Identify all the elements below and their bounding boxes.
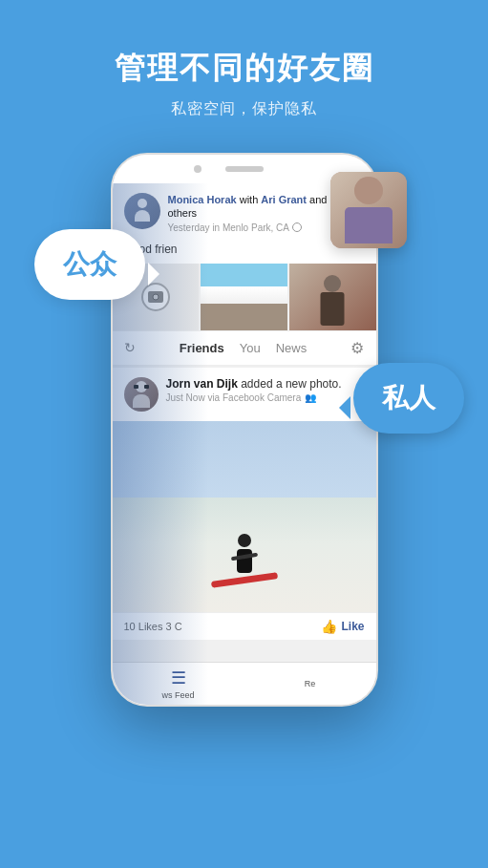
requests-label: Re bbox=[305, 679, 316, 688]
people-icon: 👥 bbox=[305, 392, 316, 403]
nav-tabs: Friends You News bbox=[180, 341, 307, 355]
tab-friends[interactable]: Friends bbox=[180, 341, 224, 355]
snowboarder-figure bbox=[211, 534, 278, 583]
gear-icon[interactable]: ⚙ bbox=[350, 339, 364, 357]
news-feed-icon: ☰ bbox=[171, 667, 186, 688]
phone-bottom-bar: ☰ ws Feed Re bbox=[113, 662, 376, 705]
friends-bar: ↻ Friends You News ⚙ bbox=[113, 330, 376, 366]
likes-bar: 10 Likes 3 C 👍 Like bbox=[113, 612, 376, 640]
photo-mountain bbox=[201, 264, 287, 330]
news-feed-label: ws Feed bbox=[161, 690, 194, 700]
sub-title: 私密空间，保护隐私 bbox=[0, 99, 488, 119]
like-button[interactable]: 👍 Like bbox=[321, 619, 364, 634]
post-location: Yesterday in Menlo Park, CA bbox=[168, 222, 289, 233]
phone-content: Monica Horak with Ari Grant and 3 others… bbox=[113, 183, 376, 705]
feed-submeta: Just Now via Facebook Camera 👥 bbox=[166, 392, 365, 403]
feed-header: Jorn van Dijk added a new photo. Just No… bbox=[124, 377, 365, 412]
bubble-private: 私人 bbox=[353, 363, 464, 434]
speaker bbox=[225, 166, 264, 172]
tab-you[interactable]: You bbox=[240, 341, 261, 355]
post-author-name: Monica Horak bbox=[168, 194, 237, 205]
feed-item: Jorn van Dijk added a new photo. Just No… bbox=[113, 368, 376, 421]
title-section: 管理不同的好友圈 私密空间，保护隐私 bbox=[0, 0, 488, 129]
feed-meta-text: Just Now via Facebook Camera bbox=[166, 392, 302, 403]
feed-avatar bbox=[124, 377, 159, 412]
camera-dot bbox=[194, 165, 202, 173]
feed-avatar-inner bbox=[124, 377, 159, 412]
avatar-silhouette bbox=[132, 199, 153, 223]
likes-text: 10 Likes 3 C bbox=[124, 621, 182, 632]
post-header: Monica Horak with Ari Grant and 3 others… bbox=[124, 193, 365, 239]
background: 管理不同的好友圈 私密空间，保护隐私 公众 私人 bbox=[0, 0, 488, 868]
tab-news[interactable]: News bbox=[276, 341, 308, 355]
feed-author-name: Jorn van Dijk added a new photo. bbox=[166, 377, 365, 391]
post-text: Good frien bbox=[124, 239, 365, 264]
like-label: Like bbox=[341, 620, 364, 633]
bubble-public: 公众 bbox=[34, 229, 145, 300]
photo-person bbox=[289, 264, 376, 330]
feed-text: Jorn van Dijk added a new photo. Just No… bbox=[166, 377, 365, 403]
post-avatar bbox=[124, 193, 160, 229]
big-photo bbox=[113, 421, 376, 612]
bottom-tab-feed[interactable]: ☰ ws Feed bbox=[113, 667, 244, 700]
cam-body bbox=[148, 291, 163, 303]
globe-icon bbox=[292, 222, 302, 232]
post-with-text: with bbox=[240, 194, 259, 205]
phone-area: 公众 私人 bbox=[92, 153, 397, 726]
right-person-photo bbox=[330, 172, 407, 248]
main-title: 管理不同的好友圈 bbox=[0, 48, 488, 90]
post-co-author: Ari Grant bbox=[261, 194, 307, 205]
thumb-up-icon: 👍 bbox=[321, 619, 337, 634]
camera-icon bbox=[141, 283, 170, 311]
cam-lens bbox=[152, 293, 159, 300]
feed-action: added a new photo. bbox=[238, 377, 342, 391]
refresh-icon[interactable]: ↻ bbox=[124, 340, 136, 355]
bottom-tab-requests[interactable]: Re bbox=[244, 679, 376, 688]
